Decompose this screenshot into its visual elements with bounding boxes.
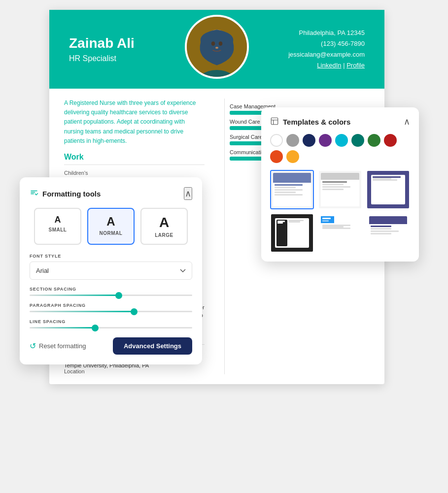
template-5[interactable] [318, 213, 362, 253]
template-6[interactable] [366, 213, 410, 253]
font-style-select[interactable]: Arial Times New Roman Helvetica Georgia [30, 262, 192, 280]
templates-panel-header: Templates & colors ∧ [270, 116, 410, 127]
formatting-collapse-button[interactable]: ∧ [184, 187, 192, 200]
reset-label: Reset formatting [39, 342, 86, 350]
resume-name: Zainab Ali [69, 35, 288, 51]
section-spacing-slider-wrapper [30, 295, 192, 296]
resume-summary: A Registered Nurse with three years of e… [64, 99, 205, 146]
advanced-settings-button[interactable]: Advanced Settings [113, 337, 192, 355]
swatch-orange[interactable] [270, 150, 283, 163]
template-1[interactable] [270, 170, 314, 209]
formatting-icon [30, 189, 38, 199]
swatch-cyan[interactable] [335, 134, 348, 147]
font-size-options: A SMALL A NORMAL A LARGE [30, 208, 192, 245]
section-spacing-label: SECTION SPACING [30, 287, 192, 292]
font-style-label: FONT STYLE [30, 254, 192, 259]
resume-header: Zainab Ali HR Specialist Phi [49, 10, 384, 89]
font-size-small[interactable]: A SMALL [34, 208, 81, 245]
section-spacing-slider[interactable] [30, 295, 192, 296]
paragraph-spacing-label: PARAGRAPH SPACING [30, 303, 192, 308]
template-grid [270, 170, 410, 253]
formatting-panel-footer: ↺ Reset formatting Advanced Settings [30, 337, 192, 355]
formatting-panel-title: Formatting tools [30, 189, 101, 199]
paragraph-spacing-slider-wrapper [30, 311, 192, 312]
swatch-white[interactable] [270, 134, 283, 147]
swatch-navy[interactable] [303, 134, 315, 147]
font-style-group: FONT STYLE Arial Times New Roman Helveti… [30, 254, 192, 280]
contact-phone: (123) 456-7890 [288, 38, 365, 49]
templates-collapse-button[interactable]: ∧ [404, 116, 410, 127]
reset-icon: ↺ [30, 341, 36, 351]
swatch-purple[interactable] [319, 134, 332, 147]
templates-panel-title: Templates & colors [270, 117, 350, 127]
swatch-red[interactable] [384, 134, 397, 147]
formatting-panel: Formatting tools ∧ A SMALL A NORMAL A LA… [20, 177, 202, 364]
template-3[interactable] [366, 170, 410, 209]
color-swatches [270, 134, 410, 163]
paragraph-spacing-slider[interactable] [30, 311, 192, 312]
work-company-1: Children's [64, 170, 205, 176]
resume-header-text: Zainab Ali HR Specialist [69, 35, 288, 63]
line-spacing-group: LINE SPACING [30, 319, 192, 329]
font-size-small-letter: A [55, 215, 61, 225]
contact-address: Philadelphia, PA 12345 [288, 28, 365, 38]
font-size-normal-letter: A [106, 215, 115, 229]
svg-point-5 [215, 47, 218, 49]
edu-location: Location [64, 368, 205, 374]
resume-title: HR Specialist [69, 54, 288, 63]
line-spacing-slider-wrapper [30, 327, 192, 329]
contact-links: LinkedIn | Profile [288, 60, 365, 71]
templates-panel: Templates & colors ∧ [261, 107, 419, 262]
swatch-gray[interactable] [286, 134, 299, 147]
font-size-small-label: SMALL [49, 227, 67, 232]
resume-contact: Philadelphia, PA 12345 (123) 456-7890 je… [288, 28, 365, 71]
templates-title-text: Templates & colors [283, 118, 350, 126]
font-size-large-letter: A [159, 215, 169, 230]
svg-point-3 [211, 41, 215, 45]
svg-point-4 [219, 41, 223, 45]
section-spacing-group: SECTION SPACING [30, 287, 192, 296]
font-size-normal-label: NORMAL [100, 230, 123, 236]
linkedin-link[interactable]: LinkedIn [317, 62, 341, 69]
swatch-green[interactable] [368, 134, 380, 147]
formatting-panel-header: Formatting tools ∧ [30, 187, 192, 200]
line-spacing-label: LINE SPACING [30, 319, 192, 324]
work-section-title: Work [64, 153, 205, 165]
paragraph-spacing-group: PARAGRAPH SPACING [30, 303, 192, 312]
swatch-teal[interactable] [351, 134, 364, 147]
reset-formatting-button[interactable]: ↺ Reset formatting [30, 341, 86, 351]
formatting-title-text: Formatting tools [42, 190, 101, 198]
template-4[interactable] [270, 213, 314, 253]
contact-email: jessicalang@example.com [288, 49, 365, 60]
font-size-normal[interactable]: A NORMAL [87, 208, 135, 245]
template-2[interactable] [318, 170, 362, 209]
font-size-large[interactable]: A LARGE [140, 208, 188, 245]
templates-icon [270, 117, 279, 127]
font-size-large-label: LARGE [155, 232, 173, 238]
line-spacing-slider[interactable] [30, 327, 192, 329]
svg-rect-6 [271, 118, 278, 125]
swatch-yellow[interactable] [286, 150, 299, 163]
avatar [185, 15, 249, 79]
profile-link[interactable]: Profile [346, 62, 365, 69]
